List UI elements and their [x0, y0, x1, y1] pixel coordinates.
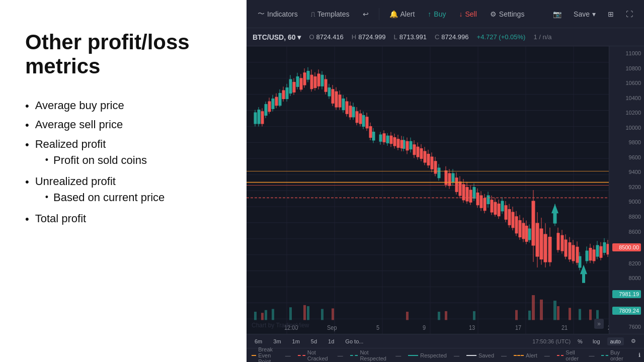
unrealized-sub-list: Based on current price: [35, 191, 165, 204]
alert-icon: 🔔: [389, 10, 398, 18]
percent-button[interactable]: %: [575, 337, 586, 345]
camera-button[interactable]: 📷: [548, 8, 567, 21]
multiplier: 1 / n/a: [533, 33, 551, 41]
list-item-unrealized: Unrealized profit Based on current price: [25, 175, 221, 207]
alert-button[interactable]: 🔔 Alert: [384, 8, 420, 21]
settings-small-button[interactable]: ⚙: [628, 337, 639, 345]
svg-rect-240: [289, 307, 292, 320]
legend-dash4: —: [454, 352, 459, 358]
6m-button[interactable]: 6m: [252, 337, 265, 345]
templates-button[interactable]: ⎍ Templates: [306, 8, 355, 21]
legend-alert: Alert: [514, 352, 537, 358]
layout-button[interactable]: ⊞: [603, 8, 619, 21]
legend-line-notcracked: [298, 355, 305, 356]
legend-line-sell: [557, 355, 564, 356]
bullet-list: Average buy price Average sell price Rea…: [25, 99, 221, 232]
ohlc-close: C 8724.996: [435, 33, 469, 41]
right-panel: 〜 Indicators ⎍ Templates ↩ 🔔 Alert ↑ Buy…: [247, 0, 644, 362]
svg-rect-252: [406, 312, 409, 320]
legend-not-respected: Not Respected: [350, 349, 389, 361]
legend-saved: Saved: [466, 352, 494, 358]
support-line: [247, 185, 609, 186]
legend-dash: —: [285, 352, 291, 358]
list-item-avg-sell: Average sell price: [25, 118, 221, 133]
legend-line-orange: [252, 355, 256, 356]
settings-button[interactable]: ⚙ Settings: [485, 8, 530, 21]
svg-text:13: 13: [469, 325, 475, 331]
legend-break-even: Break Even Point: [252, 346, 278, 363]
legend-respected: Respected: [408, 352, 447, 358]
symbol-bar: BTC/USD, 60 ▾ O 8724.416 H 8724.999 L 87…: [247, 28, 644, 46]
5d-button[interactable]: 5d: [308, 337, 320, 345]
svg-rect-254: [515, 310, 518, 320]
legend-dash7: —: [589, 352, 594, 358]
legend-dash3: —: [395, 352, 401, 358]
ohlc-low: L 8713.991: [393, 33, 426, 41]
undo-button[interactable]: ↩: [358, 8, 374, 21]
1d-button[interactable]: 1d: [325, 337, 337, 345]
realized-sub-list: Profit on sold coins: [35, 154, 147, 167]
svg-rect-259: [589, 310, 592, 320]
camera-icon: 📷: [553, 10, 561, 18]
gear-icon: ⚙: [490, 10, 497, 18]
svg-rect-245: [528, 311, 531, 320]
undo-icon: ↩: [363, 10, 369, 18]
highlight-price-green2: 7809.24: [612, 307, 641, 315]
list-item-total-profit: Total profit: [25, 212, 221, 227]
goto-button[interactable]: Go to...: [342, 337, 366, 345]
legend-dash2: —: [338, 352, 343, 358]
price-scale: 11000 10800 10600 10400 10200 10000 9800…: [609, 46, 644, 334]
legend-bar: Break Even Point — Not Cracked — Not Res…: [247, 348, 644, 362]
svg-rect-253: [445, 311, 447, 320]
3m-button[interactable]: 3m: [270, 337, 284, 345]
fullscreen-button[interactable]: ⛶: [621, 8, 638, 21]
buy-button[interactable]: ↑ Buy: [423, 8, 451, 21]
ohlc-high: H 8724.999: [352, 33, 386, 41]
chart-svg: 12:00 Sep 5 9 13 17 21 25: [247, 46, 644, 334]
left-panel: Other profit/lossmetrics Average buy pri…: [0, 0, 247, 362]
watermark: Chart by TradingView: [252, 322, 309, 329]
indicators-button[interactable]: 〜 Indicators: [253, 7, 303, 21]
svg-text:21: 21: [561, 325, 568, 331]
svg-rect-244: [473, 311, 475, 320]
legend-not-cracked: Not Cracked: [298, 349, 331, 361]
indicators-icon: 〜: [258, 10, 265, 19]
svg-text:17: 17: [515, 325, 521, 331]
highlight-price-red: 8500.00: [612, 243, 641, 251]
svg-rect-237: [254, 312, 257, 320]
sub-item-current-price: Based on current price: [45, 191, 165, 204]
info-icon: ℹ: [638, 352, 640, 358]
svg-rect-238: [265, 310, 267, 320]
expand-button[interactable]: »: [594, 319, 604, 329]
timestamp: 17:50:36 (UTC): [532, 338, 571, 344]
svg-rect-239: [272, 309, 274, 320]
gear-small-icon: ⚙: [631, 338, 636, 344]
highlight-price-green1: 7981.19: [612, 290, 641, 298]
sell-button[interactable]: ↓ Sell: [454, 8, 481, 21]
legend-line-respected: [408, 355, 418, 356]
legend-buy-order: Buy order: [601, 349, 626, 361]
svg-text:5: 5: [376, 325, 379, 331]
legend-line-alert: [514, 355, 524, 356]
layout-icon: ⊞: [608, 10, 614, 18]
svg-rect-241: [307, 306, 309, 320]
templates-icon: ⎍: [311, 10, 315, 18]
svg-rect-246: [553, 301, 556, 320]
svg-text:Sep: Sep: [327, 325, 337, 331]
bottom-bar: 6m 3m 1m 5d 1d Go to... 17:50:36 (UTC) %…: [247, 334, 644, 348]
svg-rect-243: [438, 312, 440, 320]
log-button[interactable]: log: [590, 337, 603, 345]
svg-rect-249: [261, 313, 264, 320]
svg-rect-258: [569, 308, 571, 320]
legend-line-saved: [466, 355, 476, 356]
chart-area[interactable]: 12:00 Sep 5 9 13 17 21 25 11000 10800 10…: [247, 46, 644, 334]
main-title: Other profit/lossmetrics: [25, 30, 221, 79]
sub-item-profit-sold: Profit on sold coins: [45, 154, 147, 167]
1m-button[interactable]: 1m: [289, 337, 303, 345]
save-button[interactable]: Save ▾: [569, 8, 601, 21]
svg-rect-251: [332, 308, 334, 320]
sell-icon: ↓: [459, 10, 462, 18]
auto-button[interactable]: auto: [607, 337, 624, 345]
info-button[interactable]: ℹ: [635, 351, 643, 359]
symbol-name[interactable]: BTC/USD, 60 ▾: [253, 33, 301, 41]
